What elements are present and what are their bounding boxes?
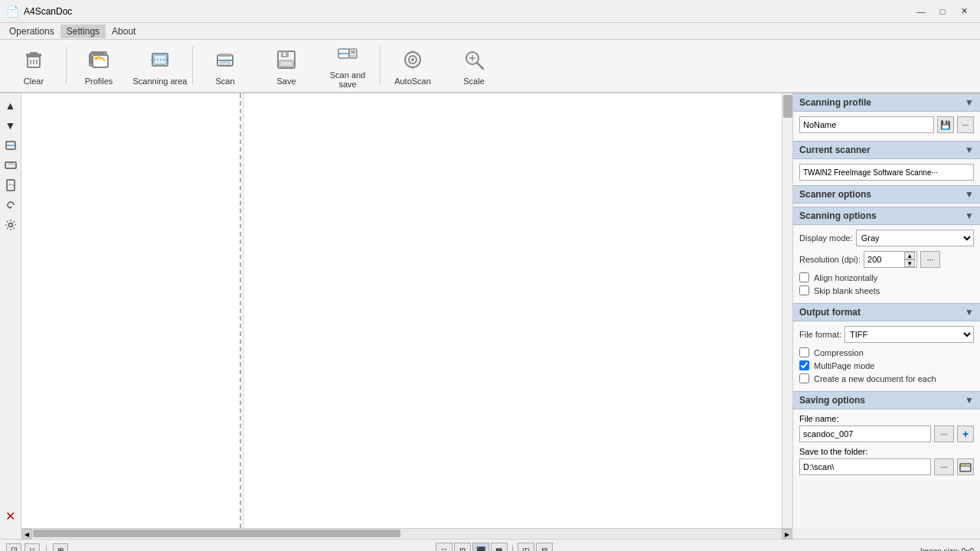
- view-2page-btn[interactable]: ⊟: [536, 543, 553, 552]
- bottom-single-btn[interactable]: □: [24, 543, 40, 552]
- output-format-header: Output format ▼: [793, 303, 980, 321]
- title-bar: 📄 A4ScanDoc — □ ✕: [0, 0, 980, 23]
- skip-blank-checkbox[interactable]: [799, 285, 809, 295]
- multipage-checkbox[interactable]: [799, 360, 809, 370]
- resolution-input[interactable]: [866, 252, 904, 267]
- scan-and-save-button[interactable]: Scan and save: [317, 41, 378, 91]
- app-icon: 📄: [6, 5, 19, 18]
- scanning-profile-header: Scanning profile ▼: [793, 93, 980, 112]
- compression-label: Compression: [814, 348, 864, 357]
- output-format-collapse[interactable]: ▼: [965, 307, 974, 318]
- compression-checkbox[interactable]: [799, 347, 809, 357]
- minimize-button[interactable]: —: [911, 4, 931, 19]
- close-button[interactable]: ✕: [954, 4, 974, 19]
- folder-browse-btn[interactable]: [957, 458, 974, 475]
- folder-path-input[interactable]: [799, 458, 931, 475]
- svg-rect-8: [93, 55, 108, 67]
- page-list: [21, 93, 243, 528]
- resolution-more-btn[interactable]: ···: [920, 251, 940, 268]
- profile-save-btn[interactable]: 💾: [937, 116, 954, 133]
- profile-name-input[interactable]: [799, 116, 934, 133]
- view-page-btn[interactable]: ◫: [518, 543, 534, 552]
- spinbox-up[interactable]: ▲: [904, 252, 915, 259]
- compression-row: Compression: [799, 347, 974, 357]
- autoscan-label: AutoScan: [394, 77, 431, 86]
- saving-options-collapse[interactable]: ▼: [965, 395, 974, 406]
- save-label: Save: [276, 77, 296, 86]
- profiles-button[interactable]: Profiles: [68, 41, 129, 91]
- align-horizontally-label: Align horizontally: [814, 273, 877, 282]
- scan-canvas: [243, 93, 782, 528]
- view-split-btn[interactable]: ▩: [491, 543, 508, 552]
- scroll-right-btn[interactable]: ▶: [782, 529, 792, 540]
- maximize-button[interactable]: □: [933, 4, 952, 19]
- file-name-row: ··· +: [799, 425, 974, 442]
- view-fit2-btn[interactable]: ⊡: [454, 543, 471, 552]
- menu-settings[interactable]: Settings: [60, 24, 106, 38]
- profile-more-btn[interactable]: ···: [957, 116, 974, 133]
- main-layout: ▲ ▼: [0, 93, 980, 528]
- right-panel: Scanning profile ▼ 💾 ··· Current scanner…: [792, 93, 980, 528]
- scanning-options-collapse[interactable]: ▼: [965, 210, 974, 221]
- app-title: A4ScanDoc: [24, 6, 72, 17]
- spinbox-down[interactable]: ▼: [904, 259, 915, 267]
- bottom-check-btn[interactable]: ☑: [6, 543, 21, 552]
- left-sidebar: ▲ ▼: [0, 93, 21, 528]
- sidebar-settings-button[interactable]: [2, 216, 20, 234]
- file-name-label: File name:: [799, 414, 974, 423]
- multipage-row: MultiPage mode: [799, 360, 974, 370]
- scrollbar-thumb-v[interactable]: [783, 95, 792, 118]
- new-doc-checkbox[interactable]: [799, 373, 809, 383]
- file-name-input[interactable]: [799, 425, 931, 442]
- autoscan-button[interactable]: AutoScan: [382, 41, 443, 91]
- scanner-options-collapse[interactable]: ▼: [965, 189, 974, 200]
- scanning-options-content: Display mode: Gray Black & White Color R…: [793, 225, 980, 303]
- bottom-grid-btn[interactable]: ⊞: [53, 543, 68, 552]
- svg-rect-20: [283, 53, 286, 56]
- display-mode-label: Display mode:: [799, 233, 853, 243]
- scale-button[interactable]: Scale: [443, 41, 505, 91]
- scanning-area-button[interactable]: Scanning area: [129, 41, 191, 91]
- file-format-select[interactable]: TIFF PDF JPEG PNG: [844, 326, 974, 343]
- menu-about[interactable]: About: [106, 24, 142, 38]
- scroll-left-btn[interactable]: ◀: [21, 529, 32, 540]
- folder-more-btn[interactable]: ···: [934, 458, 954, 475]
- bottom-right: Image size: 0x0: [920, 546, 974, 552]
- save-folder-label: Save to the folder:: [799, 447, 974, 456]
- scanner-options-title: Scanner options: [799, 189, 871, 200]
- align-horizontally-checkbox[interactable]: [799, 272, 809, 282]
- clear-button[interactable]: Clear: [3, 41, 64, 91]
- sidebar-portrait-button[interactable]: [2, 176, 20, 194]
- display-mode-select[interactable]: Gray Black & White Color: [856, 230, 974, 246]
- scan-button[interactable]: Scan: [194, 41, 256, 91]
- save-button[interactable]: Save: [256, 41, 317, 91]
- file-name-more-btn[interactable]: ···: [934, 425, 954, 442]
- sidebar-scan-small-button[interactable]: [2, 136, 20, 155]
- saving-options-content: File name: ··· + Save to the folder: ···: [793, 409, 980, 480]
- scrollbar-vertical[interactable]: [782, 93, 792, 528]
- sidebar-landscape-button[interactable]: [2, 156, 20, 174]
- current-scanner-collapse[interactable]: ▼: [965, 145, 974, 155]
- sidebar-delete-button[interactable]: ✕: [2, 507, 20, 525]
- page-list-inner: [21, 93, 243, 528]
- profiles-icon: [85, 46, 113, 73]
- sidebar-rotate-button[interactable]: [2, 196, 20, 214]
- resolution-label: Resolution (dpi):: [799, 255, 861, 264]
- view-fill-btn[interactable]: ⬛: [472, 543, 489, 552]
- menu-operations[interactable]: Operations: [3, 24, 60, 38]
- profiles-label: Profiles: [85, 77, 113, 86]
- scanning-profile-collapse[interactable]: ▼: [965, 97, 974, 108]
- scanning-options-title: Scanning options: [799, 210, 877, 221]
- align-horizontally-row: Align horizontally: [799, 272, 974, 282]
- sidebar-up-button[interactable]: ▲: [2, 96, 20, 115]
- display-mode-row: Display mode: Gray Black & White Color: [799, 230, 974, 246]
- sidebar-down-button[interactable]: ▼: [2, 116, 20, 135]
- view-fit-btn[interactable]: □: [436, 543, 452, 552]
- svg-point-40: [8, 223, 12, 227]
- scroll-track[interactable]: [32, 529, 782, 538]
- title-bar-controls: — □ ✕: [911, 4, 974, 19]
- view-sep: [512, 545, 513, 552]
- scanner-name-input[interactable]: [799, 164, 974, 181]
- scan-icon: [211, 46, 239, 73]
- file-name-add-btn[interactable]: +: [957, 425, 974, 442]
